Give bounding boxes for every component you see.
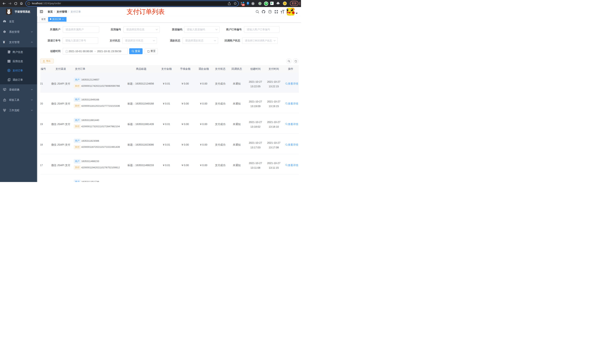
svg-text:10: 10 [242,4,244,6]
svg-text:⌘: ⌘ [252,3,254,5]
